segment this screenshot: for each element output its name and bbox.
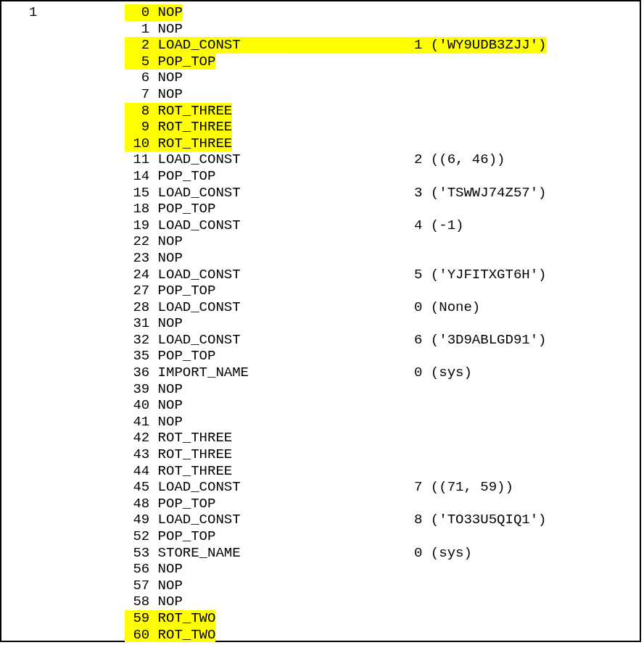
bytecode-row: 48 POP_TOP — [125, 496, 547, 512]
bytecode-row: 8 ROT_THREE — [125, 103, 547, 120]
gap — [149, 21, 157, 38]
bytecode-offset: 45 — [125, 479, 149, 496]
gap — [422, 151, 430, 168]
bytecode-offset: 22 — [125, 233, 149, 250]
bytecode-offset: 41 — [125, 414, 149, 430]
bytecode-offset: 23 — [125, 250, 149, 267]
gap — [149, 594, 157, 610]
bytecode-row: 49 LOAD_CONST 8 ('TO33U5QIQ1') — [125, 512, 547, 528]
bytecode-arg-index: 0 — [290, 365, 422, 381]
gap — [422, 545, 430, 562]
bytecode-op: POP_TOP — [158, 496, 216, 512]
bytecode-offset: 27 — [125, 283, 149, 299]
bytecode-row: 22 NOP — [125, 233, 547, 250]
gap — [149, 103, 157, 120]
gap — [149, 578, 157, 594]
bytecode-arg-value: ('YJFITXGT6H') — [431, 267, 547, 283]
gap — [149, 496, 157, 512]
bytecode-arg-index: 8 — [290, 512, 422, 528]
gap — [149, 430, 157, 446]
bytecode-row: 11 LOAD_CONST 2 ((6, 46)) — [125, 151, 547, 168]
bytecode-row: 32 LOAD_CONST 6 ('3D9ABLGD91') — [125, 332, 547, 349]
bytecode-row: 40 NOP — [125, 397, 547, 414]
bytecode-row: 44 ROT_THREE — [125, 463, 547, 480]
gap — [149, 315, 157, 332]
gap — [149, 414, 157, 430]
bytecode-offset: 44 — [125, 463, 149, 480]
bytecode-row: 6 NOP — [125, 70, 547, 86]
bytecode-op: ROT_THREE — [158, 136, 233, 152]
pad — [241, 545, 290, 561]
pad — [241, 151, 290, 167]
bytecode-row: 2 LOAD_CONST 1 ('WY9UDB3ZJJ') — [125, 37, 547, 54]
gap — [422, 185, 430, 201]
bytecode-row: 45 LOAD_CONST 7 ((71, 59)) — [125, 479, 547, 496]
source-line-number: 1 — [29, 4, 37, 20]
bytecode-arg-index: 3 — [290, 185, 422, 201]
bytecode-row: 58 NOP — [125, 594, 547, 610]
bytecode-op: NOP — [158, 594, 183, 610]
bytecode-offset: 52 — [125, 528, 149, 545]
bytecode-arg-index: 4 — [290, 217, 422, 234]
gap — [422, 37, 430, 54]
bytecode-offset: 28 — [125, 299, 149, 316]
gap — [149, 119, 157, 136]
bytecode-row: 24 LOAD_CONST 5 ('YJFITXGT6H') — [125, 267, 547, 283]
bytecode-arg-value: (-1) — [431, 217, 464, 234]
bytecode-op: LOAD_CONST — [158, 332, 241, 349]
bytecode-arg-index: 6 — [290, 332, 422, 349]
gap — [149, 512, 157, 528]
bytecode-op: LOAD_CONST — [158, 185, 241, 201]
gap — [149, 86, 157, 103]
bytecode-offset: 15 — [125, 185, 149, 201]
gap — [149, 168, 157, 185]
gap — [149, 479, 157, 496]
bytecode-op: POP_TOP — [158, 283, 216, 299]
bytecode-offset: 7 — [125, 86, 149, 103]
bytecode-op: NOP — [158, 561, 183, 578]
bytecode-op: ROT_TWO — [158, 610, 216, 627]
gap — [422, 267, 430, 283]
bytecode-op: NOP — [158, 250, 183, 267]
bytecode-op: ROT_THREE — [158, 430, 233, 446]
bytecode-offset: 32 — [125, 332, 149, 349]
bytecode-op: ROT_THREE — [158, 463, 233, 480]
bytecode-row: 42 ROT_THREE — [125, 430, 547, 446]
bytecode-op: LOAD_CONST — [158, 479, 241, 496]
bytecode-row: 0 NOP — [125, 4, 547, 21]
bytecode-offset: 59 — [125, 610, 149, 627]
gap — [149, 151, 157, 168]
bytecode-op: NOP — [158, 315, 183, 332]
bytecode-offset: 19 — [125, 217, 149, 234]
bytecode-arg-index: 7 — [290, 479, 422, 496]
gap — [149, 217, 157, 234]
bytecode-op: POP_TOP — [158, 528, 216, 545]
bytecode-row: 35 POP_TOP — [125, 348, 547, 365]
bytecode-offset: 43 — [125, 446, 149, 463]
bytecode-row: 18 POP_TOP — [125, 201, 547, 217]
bytecode-op: LOAD_CONST — [158, 267, 241, 283]
bytecode-arg-index: 0 — [290, 299, 422, 316]
bytecode-op: POP_TOP — [158, 348, 216, 365]
bytecode-row: 28 LOAD_CONST 0 (None) — [125, 299, 547, 316]
bytecode-offset: 57 — [125, 578, 149, 594]
pad — [249, 365, 290, 380]
bytecode-offset: 24 — [125, 267, 149, 283]
gap — [149, 348, 157, 365]
gap — [149, 528, 157, 545]
bytecode-op: POP_TOP — [158, 168, 216, 185]
pad — [241, 479, 290, 495]
bytecode-offset: 5 — [125, 54, 149, 70]
gap — [149, 70, 157, 86]
bytecode-op: NOP — [158, 414, 183, 430]
bytecode-row: 23 NOP — [125, 250, 547, 267]
bytecode-offset: 8 — [125, 103, 149, 120]
bytecode-offset: 31 — [125, 315, 149, 332]
bytecode-op: NOP — [158, 578, 183, 594]
bytecode-op: LOAD_CONST — [158, 299, 241, 316]
bytecode-offset: 39 — [125, 381, 149, 398]
bytecode-row: 52 POP_TOP — [125, 528, 547, 545]
bytecode-arg-value: ('TSWWJ74Z57') — [431, 185, 547, 201]
bytecode-arg-value: ((71, 59)) — [431, 479, 513, 496]
bytecode-op: ROT_THREE — [158, 446, 233, 463]
